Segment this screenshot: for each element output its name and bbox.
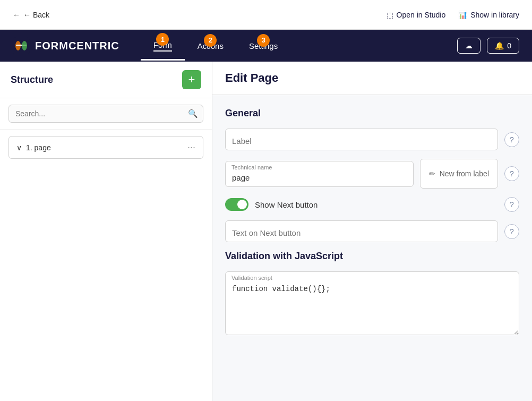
tab-settings[interactable]: 3 Settings [236,32,290,60]
logo-icon [13,37,30,54]
content-body: General ? Technical name [212,95,532,401]
tab-actions[interactable]: 2 Actions [185,32,236,60]
sidebar-title: Structure [11,74,53,86]
content-header: Edit Page [212,62,532,95]
notification-button[interactable]: 🔔 0 [487,38,519,54]
sidebar-search: 🔍 [0,98,212,130]
technical-name-label: Technical name [231,164,272,170]
search-icon: 🔍 [188,109,198,118]
svg-point-3 [22,41,27,50]
show-library-label: Show in library [470,11,519,19]
validation-section-label: Validation with JavaScript [225,251,519,262]
back-icon: ← [13,11,20,19]
cloud-button[interactable]: ☁ [457,38,480,54]
next-button-text-group: ? [225,220,519,242]
content-area: Edit Page General ? Technical name [212,62,532,401]
tab-actions-badge: 2 [204,34,217,47]
label-field-group: ? [225,129,519,150]
search-input[interactable] [8,105,203,123]
page-item-label: 1. page [26,143,51,152]
notification-count: 0 [507,41,511,50]
nav-right: ☁ 🔔 0 [457,38,519,54]
list-item[interactable]: ∨ 1. page ··· [8,136,203,159]
new-from-label-text: New from label [440,169,489,178]
show-in-library-button[interactable]: 📊 Show in library [458,11,519,19]
back-button[interactable]: ← ← Back [13,11,49,19]
open-studio-label: Open in Studio [397,11,446,19]
validation-script-group: Validation script function validate(){}; [225,271,519,337]
nav-bar: FORMCENTRIC 1 Form 2 Actions 3 Settings … [0,30,532,62]
sidebar-header: Structure + [0,62,212,98]
label-field-wrap [225,129,498,150]
show-next-help-icon[interactable]: ? [504,197,519,212]
toggle-slider [225,198,248,211]
back-label: ← Back [23,11,49,19]
general-section-label: General [225,108,519,119]
show-next-label: Show Next button [255,200,498,209]
toggle-row: Show Next button ? [225,197,519,212]
technical-name-field-group: Technical name ✏ New from label ? [225,159,519,189]
technical-name-help-icon[interactable]: ? [504,166,519,181]
next-button-text-row: ? [225,220,519,242]
open-in-studio-button[interactable]: ⬚ Open in Studio [387,11,446,19]
pencil-icon: ✏ [429,169,435,178]
show-next-toggle[interactable] [225,198,248,211]
sidebar: Structure + 🔍 ∨ 1. page ··· [0,62,212,401]
page-item-menu-icon[interactable]: ··· [187,142,195,153]
validation-script-wrap: Validation script function validate(){}; [225,271,519,337]
nav-tabs: 1 Form 2 Actions 3 Settings [141,31,457,61]
logo-text: FORMCENTRIC [35,40,119,52]
search-input-wrap: 🔍 [8,105,203,123]
cloud-icon: ☁ [465,41,473,50]
logo: FORMCENTRIC [13,37,119,54]
validation-script-textarea[interactable]: function validate(){}; [225,271,519,335]
tab-form-badge: 1 [156,33,169,46]
chart-icon: 📊 [458,11,467,19]
page-item-left: ∨ 1. page [16,143,51,152]
label-input[interactable] [225,129,498,150]
next-button-help-icon[interactable]: ? [504,224,519,239]
chevron-down-icon: ∨ [16,143,22,152]
monitor-icon: ⬚ [387,11,393,19]
main-layout: Structure + 🔍 ∨ 1. page ··· Edit Pa [0,62,532,401]
top-bar: ← ← Back ⬚ Open in Studio 📊 Show in libr… [0,0,532,30]
page-title: Edit Page [225,71,278,84]
tab-form[interactable]: 1 Form [141,31,185,61]
show-next-button-group: Show Next button ? [225,197,519,212]
technical-name-wrap: Technical name [225,161,414,187]
plus-icon: + [188,73,195,87]
label-help-icon[interactable]: ? [504,132,519,147]
next-button-text-wrap [225,220,498,242]
tab-settings-badge: 3 [257,34,270,47]
label-field-row: ? [225,129,519,150]
next-button-text-input[interactable] [225,220,498,242]
add-element-button[interactable]: + [182,70,201,89]
new-from-label-button[interactable]: ✏ New from label [420,159,498,189]
sidebar-list: ∨ 1. page ··· [0,130,212,401]
validation-script-label: Validation script [231,275,272,281]
bell-icon: 🔔 [495,41,504,50]
top-bar-right: ⬚ Open in Studio 📊 Show in library [387,11,519,19]
